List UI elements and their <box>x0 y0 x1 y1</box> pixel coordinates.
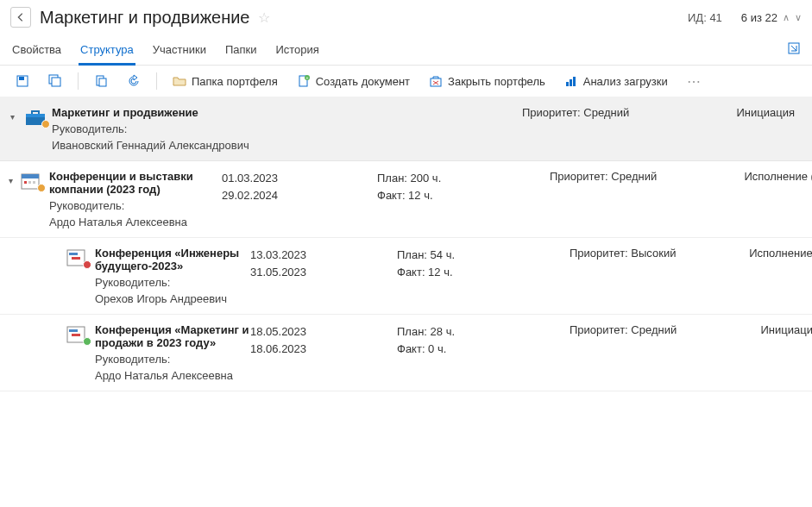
save-all-button[interactable] <box>43 71 67 91</box>
status-dot-orange <box>37 184 46 192</box>
svg-rect-25 <box>69 329 78 332</box>
tab-participants[interactable]: Участники <box>151 36 208 65</box>
arrow-left-icon <box>15 11 27 23</box>
gchild1-phase: Исполнение (15%) <box>716 247 812 260</box>
gchild1-date-start: 13.03.2023 <box>250 247 397 264</box>
child1-date-start: 01.03.2023 <box>222 170 377 187</box>
status-dot-green <box>83 337 91 346</box>
svg-rect-4 <box>52 78 60 86</box>
root-name: Маркетинг и продвижение <box>52 106 522 119</box>
back-button[interactable] <box>10 7 31 28</box>
tab-folders[interactable]: Папки <box>223 36 259 65</box>
sub-project-row[interactable]: Конференция «Маркетинг и продажи в 2023 … <box>0 315 812 391</box>
portfolio-folder-button[interactable]: Папка портфеля <box>167 71 283 91</box>
svg-rect-18 <box>24 181 27 184</box>
gchild1-lead: Орехов Игорь Андреевич <box>95 292 250 305</box>
portfolio-folder-label: Папка портфеля <box>192 75 278 88</box>
gchild2-lead-label: Руководитель: <box>95 353 250 366</box>
gchild2-priority: Приоритет: Средний <box>570 323 716 336</box>
svg-rect-26 <box>72 334 80 336</box>
gchild2-phase: Инициация (0%) <box>716 323 812 336</box>
svg-rect-22 <box>69 253 78 255</box>
tab-structure[interactable]: Структура <box>79 36 135 65</box>
expand-icon[interactable] <box>786 41 802 56</box>
save-button[interactable] <box>10 71 35 91</box>
svg-text:+: + <box>305 75 308 80</box>
gchild1-priority: Приоритет: Высокий <box>570 247 716 260</box>
load-analysis-button[interactable]: Анализ загрузки <box>559 71 673 91</box>
pager-next[interactable]: ∨ <box>795 12 802 23</box>
more-actions[interactable]: ⋯ <box>682 73 708 90</box>
svg-rect-15 <box>26 114 45 117</box>
sub-project-row[interactable]: Конференция «Инженеры будущего-2023» Рук… <box>0 238 812 315</box>
create-doc-button[interactable]: + Создать документ <box>292 71 415 91</box>
svg-rect-6 <box>99 78 106 86</box>
portfolio-root-row[interactable]: ▾ Маркетинг и продвижение Руководитель: … <box>0 97 812 161</box>
svg-rect-20 <box>33 181 35 184</box>
close-portfolio-button[interactable]: Закрыть портфель <box>424 71 551 91</box>
pager-prev[interactable]: ∧ <box>783 12 790 23</box>
gchild2-lead: Ардо Наталья Алексеевна <box>95 369 250 382</box>
calendar-icon <box>20 172 44 191</box>
root-phase: Инициация <box>695 106 798 119</box>
project-row[interactable]: ▾ Конференции и выставки компании (2023 … <box>0 161 812 238</box>
gchild2-fact: Факт: 0 ч. <box>397 341 570 358</box>
expander[interactable]: ▾ <box>9 173 13 187</box>
status-dot-red <box>83 260 91 269</box>
star-icon[interactable]: ☆ <box>258 9 270 26</box>
root-priority: Приоритет: Средний <box>522 106 695 119</box>
child1-fact: Факт: 12 ч. <box>377 187 550 204</box>
doc-new-icon: + <box>297 74 311 88</box>
create-doc-label: Создать документ <box>316 75 410 88</box>
expander[interactable]: ▾ <box>5 110 19 123</box>
close-portfolio-icon <box>429 74 443 88</box>
project-plan-icon <box>66 325 90 344</box>
copy-icon <box>94 74 108 88</box>
close-portfolio-label: Закрыть портфель <box>448 75 545 88</box>
briefcase-icon <box>24 108 48 127</box>
gchild1-name: Конференция «Инженеры будущего-2023» <box>95 247 250 272</box>
project-plan-icon <box>66 248 90 267</box>
svg-rect-2 <box>19 77 24 80</box>
load-analysis-label: Анализ загрузки <box>583 75 668 88</box>
refresh-icon <box>127 74 141 88</box>
root-lead-label: Руководитель: <box>52 122 522 135</box>
child1-date-end: 29.02.2024 <box>222 187 377 204</box>
save-all-icon <box>48 74 62 88</box>
chart-icon <box>564 74 578 88</box>
folder-icon <box>173 74 186 88</box>
svg-rect-23 <box>72 257 80 260</box>
gchild1-plan: План: 54 ч. <box>397 247 570 264</box>
save-icon <box>16 74 29 88</box>
svg-rect-12 <box>570 79 572 86</box>
status-dot-orange <box>41 120 50 128</box>
svg-rect-11 <box>566 82 569 86</box>
refresh-button[interactable] <box>122 71 146 91</box>
child1-name: Конференции и выставки компании (2023 го… <box>49 170 222 196</box>
gchild2-name: Конференция «Маркетинг и продажи в 2023 … <box>95 323 250 349</box>
pager: 6 из 22 ∧ ∨ <box>741 11 802 24</box>
gchild1-date-end: 31.05.2023 <box>250 264 397 281</box>
gchild1-lead-label: Руководитель: <box>95 276 250 289</box>
record-id: ИД: 41 <box>688 11 722 24</box>
gchild2-date-end: 18.06.2023 <box>250 341 397 358</box>
gchild2-plan: План: 28 ч. <box>397 323 570 341</box>
svg-rect-13 <box>573 77 576 86</box>
root-lead: Ивановский Геннадий Александрович <box>52 139 522 152</box>
gchild1-fact: Факт: 12 ч. <box>397 264 570 281</box>
page-title: Маркетинг и продвижение <box>40 8 249 28</box>
tab-props[interactable]: Свойства <box>10 36 63 65</box>
tab-history[interactable]: История <box>274 36 320 65</box>
child1-lead-label: Руководитель: <box>49 199 222 212</box>
svg-rect-17 <box>22 174 39 178</box>
child1-lead: Ардо Наталья Алексеевна <box>49 216 222 228</box>
child1-phase: Исполнение (0%) <box>705 170 812 183</box>
child1-plan: План: 200 ч. <box>377 170 550 187</box>
svg-rect-19 <box>28 181 31 184</box>
child1-priority: Приоритет: Средний <box>550 170 705 183</box>
pager-text: 6 из 22 <box>741 11 777 24</box>
copy-button[interactable] <box>89 71 113 91</box>
gchild2-date-start: 18.05.2023 <box>250 323 397 341</box>
